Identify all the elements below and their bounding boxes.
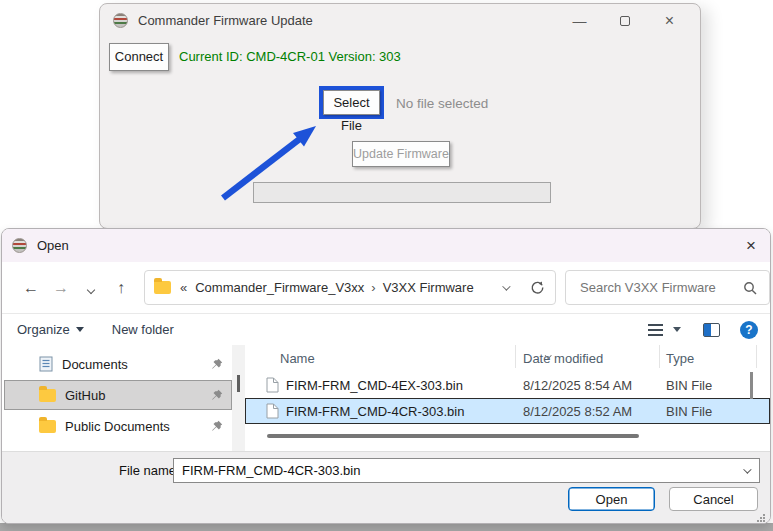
file-icon xyxy=(266,403,279,419)
file-name: FIRM-FRM_CMD-4EX-303.bin xyxy=(286,378,463,393)
view-mode-dropdown-icon[interactable] xyxy=(673,327,681,332)
view-mode-icon[interactable] xyxy=(648,324,663,336)
file-name: FIRM-FRM_CMD-4CR-303.bin xyxy=(286,404,464,419)
minimize-button[interactable]: — xyxy=(557,6,602,36)
connect-button[interactable]: Connect xyxy=(109,43,169,71)
breadcrumb-item-parent[interactable]: Commander_Firmware_V3xx xyxy=(195,280,364,295)
screenshot-stage: Commander Firmware Update — × Connect Cu… xyxy=(0,0,773,531)
maximize-button[interactable] xyxy=(602,6,647,36)
preview-pane-icon[interactable] xyxy=(703,323,720,337)
organize-menu[interactable]: Organize xyxy=(17,322,84,337)
sidebar-item-public-documents[interactable]: Public Documents xyxy=(4,411,232,441)
sidebar-item-github[interactable]: GitHub xyxy=(4,380,232,410)
help-icon[interactable]: ? xyxy=(740,321,758,339)
pin-icon[interactable] xyxy=(211,420,223,432)
sidebar-item-label: GitHub xyxy=(65,388,105,403)
file-row-4ex[interactable]: FIRM-FRM_CMD-4EX-303.bin 8/12/2025 8:54 … xyxy=(245,372,770,398)
app-icon xyxy=(113,13,128,28)
window-title: Commander Firmware Update xyxy=(138,13,313,28)
column-header-name[interactable]: Name xyxy=(245,345,516,368)
resize-grip[interactable] xyxy=(757,514,765,522)
firmware-progress-bar xyxy=(253,182,551,203)
dialog-close-button[interactable]: × xyxy=(746,237,756,254)
select-file-highlight-box: Select File xyxy=(319,86,384,119)
close-button[interactable]: × xyxy=(647,6,692,36)
open-button[interactable]: Open xyxy=(568,487,655,511)
chevron-down-icon xyxy=(87,285,95,293)
minimize-icon: — xyxy=(573,13,587,29)
horizontal-scrollbar-thumb[interactable] xyxy=(267,434,639,438)
column-header-date-modified[interactable]: Date modified xyxy=(516,345,660,368)
firmware-window-titlebar[interactable]: Commander Firmware Update — × xyxy=(100,4,700,37)
up-button[interactable]: ↑ xyxy=(106,279,136,297)
file-type: BIN File xyxy=(660,404,757,419)
dialog-main-area: Documents GitHub Public Documents xyxy=(2,345,770,451)
file-row-4cr-selected[interactable]: FIRM-FRM_CMD-4CR-303.bin 8/12/2025 8:52 … xyxy=(245,398,770,424)
file-list-header: Name Date modified Type xyxy=(245,345,770,368)
file-type: BIN File xyxy=(660,378,757,393)
breadcrumb[interactable]: « Commander_Firmware_V3xx › V3XX Firmwar… xyxy=(144,270,556,305)
new-folder-label: New folder xyxy=(112,322,174,337)
search-placeholder: Search V3XX Firmware xyxy=(580,280,716,295)
file-date: 8/12/2025 8:52 AM xyxy=(516,404,660,419)
dialog-title: Open xyxy=(37,238,69,253)
pin-icon[interactable] xyxy=(211,358,223,370)
breadcrumb-separator: › xyxy=(371,280,375,295)
forward-button[interactable]: → xyxy=(46,279,76,297)
app-icon xyxy=(12,238,27,253)
folder-icon xyxy=(39,389,56,402)
maximize-icon xyxy=(620,16,630,26)
file-name-input[interactable]: FIRM-FRM_CMD-4CR-303.bin xyxy=(173,458,760,483)
back-button[interactable]: ← xyxy=(16,279,46,297)
no-file-selected-text: No file selected xyxy=(396,96,488,111)
navigation-sidebar: Documents GitHub Public Documents xyxy=(2,345,232,451)
file-list: Name Date modified Type FIRM-FRM_CMD-4EX… xyxy=(245,345,770,451)
dropdown-triangle-icon xyxy=(76,327,84,332)
open-dialog-titlebar[interactable]: Open × xyxy=(2,229,770,262)
vertical-scrollbar-thumb[interactable] xyxy=(750,372,753,399)
breadcrumb-overflow[interactable]: « xyxy=(180,280,187,295)
dialog-toolbar: Organize New folder ? xyxy=(2,313,770,345)
file-name-value: FIRM-FRM_CMD-4CR-303.bin xyxy=(182,463,360,478)
dialog-footer: File name: FIRM-FRM_CMD-4CR-303.bin Open… xyxy=(2,451,770,524)
close-icon: × xyxy=(665,12,674,30)
pin-icon[interactable] xyxy=(211,389,223,401)
search-input[interactable]: Search V3XX Firmware xyxy=(565,270,770,305)
file-name-label: File name: xyxy=(119,463,180,478)
new-folder-button[interactable]: New folder xyxy=(112,322,174,337)
sidebar-item-documents[interactable]: Documents xyxy=(4,349,232,379)
address-dropdown-icon[interactable] xyxy=(502,282,510,290)
search-icon xyxy=(743,281,757,295)
document-icon xyxy=(39,356,53,372)
current-id-status: Current ID: CMD-4CR-01 Version: 303 xyxy=(179,49,401,64)
background-strip xyxy=(0,523,773,531)
open-file-dialog: Open × ← → ↑ « Commander_Firmware_V3xx ›… xyxy=(1,228,771,524)
breadcrumb-item-current[interactable]: V3XX Firmware xyxy=(383,280,474,295)
folder-icon xyxy=(154,281,171,294)
sidebar-item-label: Documents xyxy=(62,357,128,372)
firmware-update-window: Commander Firmware Update — × Connect Cu… xyxy=(99,3,701,229)
organize-label: Organize xyxy=(17,322,70,337)
folder-icon xyxy=(39,420,56,433)
cancel-button[interactable]: Cancel xyxy=(669,487,758,511)
column-header-type[interactable]: Type xyxy=(660,345,757,368)
sidebar-scrollbar-thumb[interactable] xyxy=(237,375,240,392)
refresh-icon[interactable] xyxy=(530,280,545,295)
update-firmware-button[interactable]: Update Firmware xyxy=(352,141,450,167)
select-file-button[interactable]: Select File xyxy=(323,90,380,115)
sort-indicator-icon xyxy=(546,345,551,360)
address-row: ← → ↑ « Commander_Firmware_V3xx › V3XX F… xyxy=(2,262,770,313)
file-icon xyxy=(266,377,279,393)
sidebar-item-label: Public Documents xyxy=(65,419,170,434)
combo-dropdown-icon[interactable] xyxy=(743,465,751,473)
file-date: 8/12/2025 8:54 AM xyxy=(516,378,660,393)
recent-locations-button[interactable] xyxy=(76,279,106,297)
sidebar-scrollbar[interactable] xyxy=(232,345,245,451)
